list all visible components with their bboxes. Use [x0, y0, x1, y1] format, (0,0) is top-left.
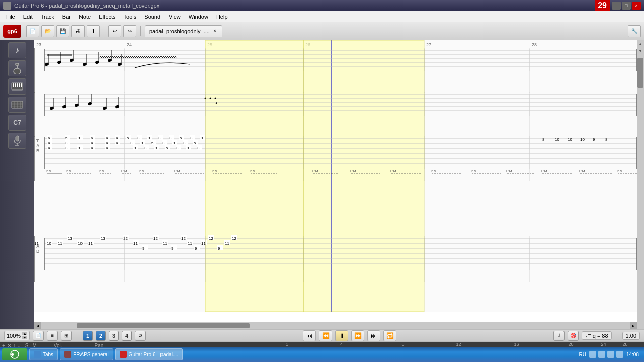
- taskbar-guitarpro[interactable]: Guitar Pro 6 - padal....: [115, 348, 183, 360]
- redo-button[interactable]: ↪: [123, 25, 136, 37]
- menu-help[interactable]: Help: [212, 13, 232, 21]
- zoom-control: 100% ▲ ▼: [4, 331, 30, 340]
- loop-play-button[interactable]: 🔁: [383, 330, 396, 341]
- page-view-button[interactable]: 📄: [33, 331, 44, 341]
- tempo-value: q = 88: [593, 333, 608, 339]
- scrollbar-bottom[interactable]: ◄ ►: [34, 322, 637, 329]
- go-end-button[interactable]: ⏭: [367, 330, 380, 341]
- ruler-mark-24: 24: [601, 342, 606, 347]
- view-mode-button[interactable]: ⊞: [61, 331, 72, 341]
- scroll-up-button[interactable]: ▲: [637, 40, 644, 47]
- scroll-left-button[interactable]: ◄: [34, 322, 41, 329]
- zoom-up-button[interactable]: ▲: [22, 332, 27, 335]
- fast-forward-button[interactable]: ⏩: [351, 330, 364, 341]
- loop-button[interactable]: ↺: [135, 331, 146, 341]
- tab-close-button[interactable]: ×: [212, 28, 218, 34]
- scrollbar-thumb[interactable]: [637, 58, 643, 88]
- tempo-display: ♩= q = 88: [582, 331, 611, 340]
- go-start-button[interactable]: ⏮: [303, 330, 316, 341]
- menubar: File Edit Track Bar Note Effects Tools S…: [0, 11, 644, 22]
- menu-edit[interactable]: Edit: [19, 13, 37, 21]
- save-as-button[interactable]: 💾: [56, 25, 69, 37]
- rewind-button[interactable]: ⏪: [319, 330, 332, 341]
- tabs-icon: [34, 351, 41, 358]
- menu-view[interactable]: View: [165, 13, 185, 21]
- fretboard-button[interactable]: [8, 97, 26, 113]
- scrollbar-horizontal-thumb[interactable]: [77, 323, 250, 328]
- mic-button[interactable]: [8, 133, 26, 149]
- scrollbar-horizontal-track[interactable]: [48, 323, 623, 328]
- zoom-arrows[interactable]: ▲ ▼: [22, 332, 27, 339]
- guitar-mode-button[interactable]: [8, 60, 26, 76]
- beat-2-button[interactable]: 2: [96, 331, 106, 341]
- zoom-down-button[interactable]: ▼: [22, 336, 27, 339]
- scrollbar-right[interactable]: ▲ ▼: [637, 40, 644, 329]
- svg-rect-7: [19, 83, 20, 87]
- lang-indicator[interactable]: RU: [579, 352, 586, 357]
- svg-rect-2: [16, 63, 19, 65]
- beat-4-button[interactable]: 4: [122, 331, 132, 341]
- ruler-mark-4: 4: [340, 342, 343, 347]
- system-tray: RU 14:08: [576, 351, 642, 358]
- ruler-mark-28: 28: [623, 342, 628, 347]
- pause-button[interactable]: ⏸: [335, 330, 348, 341]
- menu-bar[interactable]: Bar: [58, 13, 75, 21]
- notation-canvas[interactable]: [34, 40, 637, 312]
- menu-note[interactable]: Note: [75, 13, 95, 21]
- menu-window[interactable]: Window: [185, 13, 212, 21]
- start-button[interactable]: ⊞: [2, 348, 27, 360]
- menu-effects[interactable]: Effects: [95, 13, 119, 21]
- speed-display: 1.00: [622, 332, 640, 340]
- app-icon: [3, 2, 11, 10]
- guitarpro-label: Guitar Pro 6 - padal....: [129, 352, 178, 357]
- speed-trainer-button[interactable]: 🎯: [568, 331, 579, 341]
- left-panel: ♪: [0, 40, 34, 329]
- clock-icon: [616, 351, 623, 358]
- svg-text:⊞: ⊞: [10, 352, 14, 357]
- menu-sound[interactable]: Sound: [140, 13, 165, 21]
- battery-icon: [607, 351, 614, 358]
- main-area: [34, 40, 637, 329]
- print-button[interactable]: 🖨: [71, 25, 85, 37]
- time-display: 29: [595, 0, 610, 11]
- beat-1-button[interactable]: 1: [83, 331, 93, 341]
- close-button[interactable]: ×: [632, 2, 641, 10]
- multitrack-button[interactable]: ≡: [47, 331, 58, 341]
- windows-taskbar: ⊞ Tabs FRAPS general Guitar Pro 6 - pada…: [0, 347, 644, 362]
- scroll-down-button[interactable]: ▼: [637, 47, 644, 54]
- ruler-mark-12: 12: [456, 342, 461, 347]
- menu-file[interactable]: File: [2, 13, 19, 21]
- ruler-mark-20: 20: [569, 342, 574, 347]
- file-tab[interactable]: padal_proshlogodniy_.... ×: [145, 25, 222, 37]
- new-button[interactable]: 📄: [26, 25, 39, 37]
- menu-tools[interactable]: Tools: [120, 13, 141, 21]
- taskbar-tabs[interactable]: Tabs: [29, 348, 58, 360]
- tab-label: padal_proshlogodniy_....: [149, 28, 210, 34]
- chord-button[interactable]: C7: [8, 115, 26, 131]
- svg-rect-16: [16, 136, 19, 141]
- undo-button[interactable]: ↩: [108, 25, 121, 37]
- minimize-button[interactable]: _: [612, 2, 621, 10]
- maximize-button[interactable]: □: [622, 2, 631, 10]
- keyboard-mode-button[interactable]: [8, 78, 26, 95]
- metronome-button[interactable]: ♩: [553, 331, 565, 341]
- note-icon: ♩=: [585, 332, 591, 339]
- gp-logo: gp6: [3, 25, 21, 38]
- svg-point-0: [14, 68, 21, 74]
- volume-icon: [598, 351, 605, 358]
- ruler-mark-8: 8: [401, 342, 404, 347]
- open-button[interactable]: 📂: [41, 25, 54, 37]
- transport-divider-1: [77, 331, 77, 341]
- tabs-label: Tabs: [43, 352, 53, 357]
- notation-mode-button[interactable]: ♪: [8, 42, 26, 58]
- upload-button[interactable]: ⬆: [87, 25, 100, 37]
- taskbar-fraps[interactable]: FRAPS general: [60, 348, 113, 360]
- settings-button[interactable]: 🔧: [628, 25, 641, 37]
- transport-bar: 100% ▲ ▼ 📄 ≡ ⊞ 1 2 3 4 ↺ ⏮ ⏪ ⏸ ⏩ ⏭ 🔁 ♩ 🎯: [0, 329, 644, 342]
- scroll-right-button[interactable]: ►: [630, 322, 637, 329]
- ruler-mark-16: 16: [514, 342, 519, 347]
- svg-rect-5: [15, 83, 16, 87]
- menu-track[interactable]: Track: [37, 13, 58, 21]
- network-icon: [589, 351, 596, 358]
- beat-3-button[interactable]: 3: [109, 331, 119, 341]
